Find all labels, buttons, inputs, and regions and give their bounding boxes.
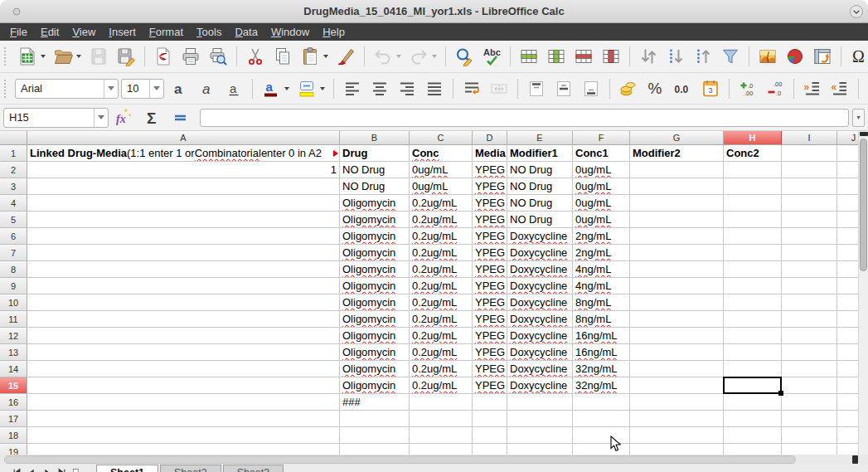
print-button[interactable] xyxy=(178,44,203,69)
cell-J10[interactable] xyxy=(837,294,858,311)
align-right-button[interactable] xyxy=(395,76,419,101)
cell-G11[interactable] xyxy=(630,311,724,328)
expand-formula-bar-button[interactable]: ▾ xyxy=(852,109,865,127)
cell-G3[interactable] xyxy=(630,178,724,195)
horizontal-scrollbar-thumb[interactable] xyxy=(4,455,796,464)
formula-button[interactable] xyxy=(168,107,193,129)
cell-B9[interactable]: Oligomycin xyxy=(340,278,410,294)
cell-B10[interactable]: Oligomycin xyxy=(340,294,410,311)
cell-H6[interactable] xyxy=(724,228,782,245)
cell-B18[interactable] xyxy=(340,427,410,444)
row-header-10[interactable]: 10 xyxy=(0,294,27,311)
cell-B16[interactable]: ### xyxy=(340,394,410,411)
cell-I6[interactable] xyxy=(782,228,837,245)
cell-J17[interactable] xyxy=(837,411,858,427)
cell-F18[interactable] xyxy=(573,427,630,444)
cell-E11[interactable]: Doxycycline xyxy=(507,311,573,328)
copy-button[interactable] xyxy=(270,44,295,69)
cell-J16[interactable] xyxy=(837,394,858,411)
font-size-dropdown[interactable] xyxy=(149,80,163,98)
cell-I18[interactable] xyxy=(782,427,837,444)
cell-H7[interactable] xyxy=(724,245,782,261)
toolbar-grip[interactable] xyxy=(4,47,10,66)
sort-descending-button[interactable] xyxy=(663,44,688,69)
cell-B19[interactable] xyxy=(340,444,410,455)
justify-button[interactable] xyxy=(422,76,447,101)
cell-C7[interactable]: 0.2ug/mL xyxy=(410,245,473,261)
cell-F17[interactable] xyxy=(573,411,630,427)
cell-H16[interactable] xyxy=(724,394,782,411)
cell-G19[interactable] xyxy=(630,444,724,455)
cell-H3[interactable] xyxy=(724,178,782,195)
cell-F2[interactable]: 0ug/mL xyxy=(573,162,630,178)
row-header-9[interactable]: 9 xyxy=(0,278,27,294)
cell-F7[interactable]: 2ng/mL xyxy=(573,245,630,261)
add-sheet-button[interactable] xyxy=(70,465,83,472)
cell-H10[interactable] xyxy=(724,294,782,311)
row-header-18[interactable]: 18 xyxy=(0,427,27,444)
cell-C10[interactable]: 0.2ug/mL xyxy=(410,294,473,311)
sheet-tab-sheet2[interactable]: Sheet2 xyxy=(160,465,221,472)
cell-H18[interactable] xyxy=(724,427,782,444)
menu-file[interactable]: File xyxy=(3,25,34,39)
cell-J19[interactable] xyxy=(837,444,858,455)
column-header-E[interactable]: E xyxy=(507,131,573,145)
insert-chart-button[interactable] xyxy=(783,44,807,69)
row-header-6[interactable]: 6 xyxy=(0,228,27,245)
cell-G7[interactable] xyxy=(630,245,724,261)
cell-J4[interactable] xyxy=(837,195,858,212)
column-header-B[interactable]: B xyxy=(340,131,410,145)
cell-G18[interactable] xyxy=(630,427,724,444)
cell-G2[interactable] xyxy=(630,162,724,178)
cell-C3[interactable]: 0ug/mL xyxy=(410,178,473,195)
cell-D3[interactable]: YPEG xyxy=(473,178,507,195)
vertical-split-handle[interactable] xyxy=(860,132,868,136)
cell-E6[interactable]: Doxycycline xyxy=(507,228,573,245)
cell-J9[interactable] xyxy=(837,278,858,294)
cell-B8[interactable]: Oligomycin xyxy=(340,261,410,278)
sort-button[interactable] xyxy=(636,44,661,69)
cell-H9[interactable] xyxy=(724,278,782,294)
cell-B15[interactable]: Oligomycin xyxy=(340,377,410,394)
cell-D9[interactable]: YPEG xyxy=(473,278,507,294)
cell-C14[interactable]: 0.2ug/mL xyxy=(410,361,473,377)
row-header-13[interactable]: 13 xyxy=(0,344,27,361)
cell-A1[interactable]: Linked Drug-Media (1:1 enter 1 or Combin… xyxy=(27,145,340,162)
cell-I16[interactable] xyxy=(782,394,837,411)
cell-A13[interactable] xyxy=(27,344,340,361)
sum-button[interactable]: Σ xyxy=(140,107,165,129)
cell-G9[interactable] xyxy=(630,278,724,294)
cell-H14[interactable] xyxy=(724,361,782,377)
previous-sheet-button[interactable] xyxy=(25,465,38,472)
cell-B7[interactable]: Oligomycin xyxy=(340,245,410,261)
cell-C19[interactable] xyxy=(410,444,473,455)
cell-E14[interactable]: Doxycycline xyxy=(507,361,573,377)
cell-E12[interactable]: Doxycycline xyxy=(507,328,573,344)
cell-F3[interactable]: 0ug/mL xyxy=(573,178,630,195)
cell-J6[interactable] xyxy=(837,228,858,245)
cell-F6[interactable]: 2ng/mL xyxy=(573,228,630,245)
cell-H17[interactable] xyxy=(724,411,782,427)
cell-I13[interactable] xyxy=(782,344,837,361)
cell-E2[interactable]: NO Drug xyxy=(507,162,573,178)
cell-H19[interactable] xyxy=(724,444,782,455)
merge-cells-button[interactable] xyxy=(487,76,512,101)
name-box[interactable]: H15 xyxy=(3,108,109,128)
cell-G17[interactable] xyxy=(630,411,724,427)
cell-G12[interactable] xyxy=(630,328,724,344)
cell-B2[interactable]: NO Drug xyxy=(340,162,410,178)
menu-tools[interactable]: Tools xyxy=(190,25,228,39)
italic-button[interactable]: a xyxy=(194,76,219,101)
row-header-1[interactable]: 1 xyxy=(0,145,27,162)
cell-F14[interactable]: 32ng/mL xyxy=(573,361,630,377)
cell-J11[interactable] xyxy=(837,311,858,328)
toolbar-grip[interactable] xyxy=(4,80,10,98)
cell-E1[interactable]: Modifier1 xyxy=(507,145,573,162)
underline-button[interactable]: a xyxy=(221,76,246,101)
delete-decimal-button[interactable]: .00.0 xyxy=(763,76,788,101)
cell-G1[interactable]: Modifier2 xyxy=(630,145,724,162)
cell-A8[interactable] xyxy=(27,261,340,278)
cell-J1[interactable] xyxy=(837,145,858,162)
cell-H12[interactable] xyxy=(724,328,782,344)
cell-D11[interactable]: YPEG xyxy=(473,311,507,328)
